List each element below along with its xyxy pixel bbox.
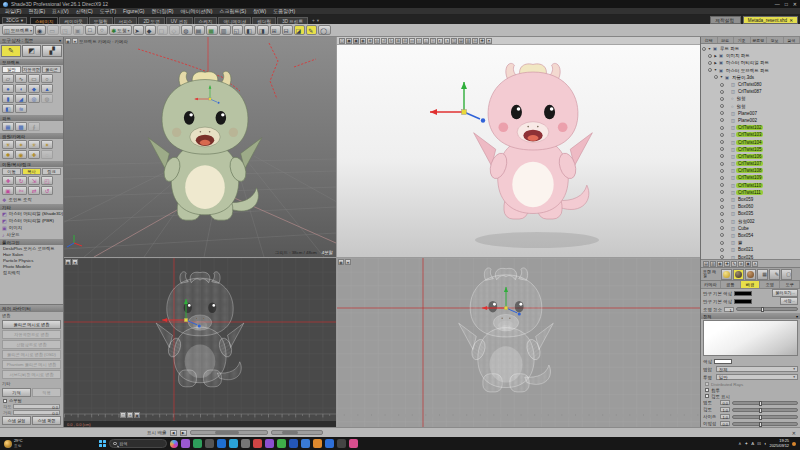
viewport-tool-button[interactable]: ◎	[374, 38, 380, 44]
light-camera-tool-button[interactable]: ◌	[41, 150, 53, 159]
light-camera-tool-button[interactable]: ✶	[15, 140, 27, 149]
convert-option-button[interactable]: 폴리곤 메시로 변환 (OSD)	[2, 350, 61, 359]
browser-footer-button[interactable]: ✎	[731, 261, 737, 267]
workspace-tab[interactable]: 스테이지	[30, 17, 58, 24]
menu-item[interactable]: 렌더링(R)	[151, 8, 173, 14]
start-button[interactable]	[99, 440, 106, 447]
expand-arrow-icon[interactable]: ▶	[713, 54, 718, 58]
misc-item[interactable]: ◩ 마스터 머티리얼 (PBR)	[0, 217, 63, 224]
tree-row[interactable]: ◫ Box059	[701, 196, 800, 203]
tree-item-label[interactable]: Box060	[736, 204, 755, 209]
material-slot-button[interactable]: ✎	[769, 269, 780, 280]
tree-item-label[interactable]: Box059	[736, 197, 755, 202]
tree-row[interactable]: ▶ ▣ 마스터 머티리얼 파트	[701, 59, 800, 66]
visibility-toggle[interactable]	[708, 68, 712, 72]
hemisphere-color-swatch[interactable]	[734, 291, 752, 296]
step-forward-button[interactable]: ▶	[180, 430, 187, 436]
viewport-tool-button[interactable]: ◑	[444, 38, 450, 44]
viewport-tool-button[interactable]: △	[423, 38, 429, 44]
toolbox-mode-tab[interactable]: ◩	[22, 45, 42, 57]
visibility-toggle[interactable]	[720, 205, 724, 209]
visibility-toggle[interactable]	[720, 233, 724, 237]
toolbar-button[interactable]: ✱ 도형 ▾	[109, 25, 131, 35]
viewport-side[interactable]: ◉ ▾	[337, 258, 700, 427]
create-tool-button[interactable]: ▱	[2, 74, 14, 83]
browser-tab[interactable]: 정보	[767, 37, 784, 43]
toolbar-button[interactable]: ◳	[60, 25, 72, 35]
workspace-tab[interactable]: 모델링	[89, 17, 113, 24]
part-tool-button[interactable]: ∮	[28, 122, 40, 131]
workspace-tab[interactable]: 서피스	[114, 17, 138, 24]
settings-tab[interactable]: 도구	[780, 281, 800, 288]
viewport-tool-button[interactable]: ▥	[465, 38, 471, 44]
move-copy-tab[interactable]: 링크	[42, 168, 61, 175]
menu-item[interactable]: 표시(V)	[52, 8, 69, 14]
visibility-toggle[interactable]	[720, 133, 724, 137]
tree-row[interactable]: ◫ CrlTwist103	[701, 131, 800, 138]
viewport-tool-button[interactable]: ⊡	[472, 38, 478, 44]
taskbar-app-icon[interactable]	[181, 439, 190, 448]
convert-to-polygon-button[interactable]: 폴리곤 메시로 변환	[2, 320, 61, 329]
viewport-zoom-out-icon[interactable]: −	[120, 412, 126, 418]
menu-item[interactable]: 편집(E)	[28, 8, 45, 14]
menu-item[interactable]: 선택(C)	[76, 8, 93, 14]
toolbar-button[interactable]: ▣	[73, 25, 85, 35]
browser-footer-button[interactable]: ▤	[703, 261, 709, 267]
viewport-tool-button[interactable]: ◼	[346, 38, 352, 44]
light-camera-tool-button[interactable]: ✴	[41, 140, 53, 149]
toolbar-button[interactable]: ◫ 오브젝트 ▾	[2, 25, 34, 35]
toolbar-button[interactable]: ⊞	[270, 25, 281, 35]
expand-arrow-icon[interactable]: ▼	[719, 75, 724, 79]
browser-footer-button[interactable]: ◉	[717, 261, 723, 267]
tree-item-label[interactable]: Box054	[736, 233, 755, 238]
viewport-fit-icon[interactable]: ▣	[134, 412, 140, 418]
transform-tool-button[interactable]: ⇄	[28, 186, 40, 195]
viewport-tool-button[interactable]: ◇	[416, 38, 422, 44]
move-copy-tab[interactable]: 복사	[22, 168, 41, 175]
viewport-menu-icon[interactable]: ▾	[72, 38, 78, 44]
tree-item-label[interactable]: CrlTwist087	[736, 89, 764, 94]
toolbar-button[interactable]: ◪	[294, 25, 306, 35]
create-tool-button[interactable]: ◖	[15, 84, 27, 93]
transform-tool-button[interactable]: ↻	[15, 176, 27, 185]
toolbar-button[interactable]: ▭	[47, 25, 59, 35]
snap-view-button[interactable]: 스냅 화면	[32, 416, 61, 425]
workspace-tab[interactable]: 레이아웃	[59, 17, 87, 24]
viewport-menu-icon[interactable]: ▾	[345, 259, 351, 265]
tree-row[interactable]: ◫ CrlTwist080	[701, 81, 800, 88]
viewport-tool-button[interactable]: ✚	[479, 38, 485, 44]
tree-row[interactable]: ▼ ▣ 자몽이.3ds	[701, 74, 800, 81]
add-tab-button[interactable]: +	[312, 18, 315, 23]
close-icon[interactable]: ✕	[792, 430, 796, 436]
viewport-tool-button[interactable]: ◉	[360, 38, 366, 44]
misc-item[interactable]: ▣ 이미지	[0, 224, 63, 231]
slider-thumb[interactable]	[759, 401, 762, 406]
create-tool-button[interactable]: ◧	[2, 104, 14, 113]
tree-row[interactable]: ○ 원형	[701, 103, 800, 110]
create-tool-button[interactable]: ◎	[28, 94, 40, 103]
tree-item-label[interactable]: CrlTwist103	[736, 132, 764, 137]
viewport-zoom-in-icon[interactable]: +	[127, 412, 133, 418]
slider-track[interactable]	[732, 401, 798, 405]
apply-button[interactable]: 적용	[32, 388, 61, 397]
settings-tab[interactable]: 배경	[741, 281, 761, 288]
viewport-menu-icon[interactable]: ▾	[72, 259, 78, 265]
tree-item-label[interactable]: 자몽이.3ds	[730, 75, 756, 80]
slider-thumb[interactable]	[759, 422, 762, 427]
tree-item-label[interactable]: CrlTwist109	[736, 175, 764, 180]
document-tab[interactable]: Metada_resent.shd✕	[743, 16, 798, 24]
taskbar-app-icon[interactable]	[277, 439, 286, 448]
browser-footer-button[interactable]: ⊗	[738, 261, 744, 267]
viewport-tool-button[interactable]: ▾	[486, 38, 492, 44]
plugin-item[interactable]: DeskiPlus 포커스 오브젝트	[0, 245, 63, 251]
misc-item[interactable]: ◩ 마스터 머티리얼 (Shade3D)	[0, 210, 63, 217]
viewport-tool-button[interactable]: ↻	[388, 38, 394, 44]
convert-option-button[interactable]: 자유곡면으로 변환	[2, 330, 61, 339]
browser-tab[interactable]: 기호	[734, 37, 751, 43]
transparency-select[interactable]: 일반▾	[716, 374, 798, 380]
taskbar-app-icon[interactable]	[205, 439, 214, 448]
tray-icon[interactable]: ∧	[738, 441, 741, 446]
visibility-toggle[interactable]	[720, 212, 724, 216]
visibility-toggle[interactable]	[720, 154, 724, 158]
taskbar-app-icon[interactable]	[229, 439, 238, 448]
